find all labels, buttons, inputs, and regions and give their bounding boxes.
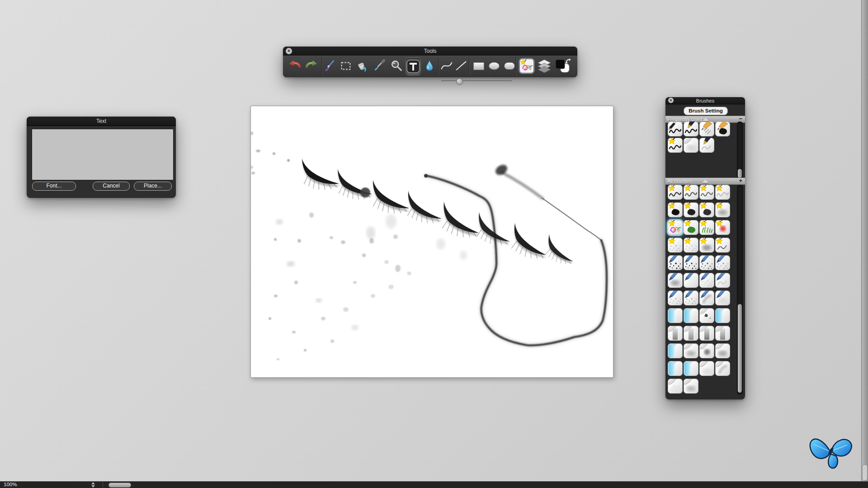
brush-thumb[interactable] <box>699 326 714 341</box>
brush-thumb[interactable] <box>699 138 714 153</box>
marquee-tool-button[interactable] <box>339 57 353 75</box>
remove-brush-button[interactable]: − <box>739 116 742 122</box>
brush-thumb[interactable] <box>668 308 683 323</box>
frequently-used-scroll-thumb[interactable] <box>738 169 742 178</box>
brush-thumb[interactable] <box>684 138 698 153</box>
tool-size-slider-track[interactable] <box>441 80 512 82</box>
effects-tool-button[interactable] <box>518 56 535 75</box>
brush-thumb[interactable] <box>668 361 683 376</box>
collapse-triangle-icon[interactable] <box>702 179 708 183</box>
drawing-canvas[interactable] <box>250 106 613 378</box>
brushes-titlebar[interactable]: × Brushes <box>665 97 745 104</box>
brush-thumb[interactable] <box>668 291 683 305</box>
brush-thumb[interactable] <box>668 343 683 358</box>
brush-thumb[interactable] <box>668 255 683 270</box>
brush-thumb[interactable] <box>715 343 730 358</box>
brush-thumb[interactable] <box>684 122 698 136</box>
brush-thumb[interactable] <box>699 202 714 217</box>
brush-thumb[interactable] <box>699 291 714 305</box>
brush-tool-button[interactable] <box>323 57 337 75</box>
brush-thumb[interactable] <box>699 273 714 288</box>
brush-thumb-art <box>715 185 730 200</box>
brush-thumb-art <box>684 138 698 153</box>
brush-thumb[interactable] <box>699 220 714 235</box>
brush-thumb[interactable] <box>684 379 698 394</box>
brush-thumb[interactable] <box>715 326 730 341</box>
brush-thumb[interactable] <box>715 220 730 235</box>
undo-tool-button[interactable] <box>288 57 302 75</box>
brush-thumb[interactable] <box>684 255 698 270</box>
brush-thumb[interactable] <box>715 185 730 200</box>
brush-thumb[interactable] <box>715 238 730 253</box>
tool-size-slider-thumb[interactable] <box>456 78 463 85</box>
add-brush-button[interactable]: + <box>739 178 742 184</box>
zoom-out-icon[interactable] <box>91 485 95 488</box>
brush-thumb[interactable] <box>684 273 698 288</box>
brush-thumb[interactable] <box>699 361 714 376</box>
redo-tool-button[interactable] <box>304 57 318 75</box>
brush-thumb[interactable] <box>699 255 714 270</box>
window-horizontal-scroll-thumb[interactable] <box>108 483 131 488</box>
brush-thumb[interactable] <box>668 202 683 217</box>
brush-thumb[interactable] <box>699 122 714 136</box>
brush-thumb[interactable] <box>715 361 730 376</box>
magnifier-tool-button[interactable] <box>389 57 404 75</box>
close-icon[interactable]: × <box>286 48 292 54</box>
brush-thumb[interactable] <box>699 343 714 358</box>
brush-thumb[interactable] <box>684 238 698 253</box>
drop-tool-button[interactable] <box>422 57 437 75</box>
brush-thumb[interactable] <box>684 220 698 235</box>
brush-thumb[interactable] <box>715 202 730 217</box>
roundrect-tool-button[interactable] <box>502 57 517 75</box>
brush-thumb[interactable] <box>715 122 730 136</box>
brush-thumb[interactable] <box>668 326 683 341</box>
cancel-button[interactable]: Cancel <box>93 182 130 191</box>
brush-thumb-selected[interactable] <box>668 220 683 235</box>
brush-thumb[interactable] <box>699 308 714 323</box>
collapse-triangle-icon[interactable] <box>703 117 709 121</box>
brush-thumb[interactable] <box>699 185 714 200</box>
text-tool-button[interactable] <box>406 57 421 75</box>
brush-thumb[interactable] <box>715 308 730 323</box>
text-dialog-titlebar[interactable]: Text <box>27 117 176 126</box>
brush-thumb[interactable] <box>684 326 698 341</box>
curve-tool-button[interactable] <box>439 57 454 75</box>
bucket-tool-button[interactable] <box>355 57 369 75</box>
brush-thumb[interactable] <box>668 379 683 394</box>
brush-thumb[interactable] <box>715 255 730 270</box>
rect-tool-button[interactable] <box>472 57 486 75</box>
brush-thumb[interactable] <box>684 343 698 358</box>
brush-thumb-art <box>668 220 683 235</box>
brush-thumb[interactable] <box>684 308 698 323</box>
brush-thumb[interactable] <box>684 291 698 305</box>
brush-thumb[interactable] <box>668 273 683 288</box>
window-vertical-scrollbar[interactable] <box>861 0 868 482</box>
line-icon <box>454 59 468 73</box>
brush-thumb[interactable] <box>715 273 730 288</box>
text-input[interactable] <box>32 129 174 180</box>
line-tool-button[interactable] <box>454 57 468 75</box>
brush-thumb[interactable] <box>699 238 714 253</box>
tools-titlebar[interactable]: × Tools <box>283 47 577 56</box>
brush-thumb[interactable] <box>668 238 683 253</box>
layers-tool-button[interactable] <box>537 57 552 75</box>
ellipse-tool-button[interactable] <box>487 57 501 75</box>
brush-thumb[interactable] <box>684 361 698 376</box>
zoom-stepper[interactable] <box>90 482 96 488</box>
brush-thumb[interactable] <box>684 202 698 217</box>
brush-thumb[interactable] <box>684 185 698 200</box>
brush-thumb[interactable] <box>715 291 730 305</box>
brush-thumb-art <box>715 326 730 341</box>
all-brushes-scroll-thumb[interactable] <box>738 304 742 393</box>
brush-thumb[interactable] <box>668 185 683 200</box>
place-button[interactable]: Place... <box>134 182 172 191</box>
colorwell-tool-button[interactable] <box>554 56 571 75</box>
close-icon[interactable]: × <box>668 98 674 103</box>
brush-thumb[interactable] <box>668 122 683 136</box>
brush-thumb[interactable] <box>668 138 683 153</box>
zoom-in-icon[interactable] <box>91 482 95 484</box>
brush-setting-button[interactable]: Brush Setting <box>684 107 728 115</box>
window-vertical-scroll-thumb[interactable] <box>862 465 868 481</box>
picker-tool-button[interactable] <box>372 57 387 75</box>
font-button[interactable]: Font... <box>32 182 76 191</box>
